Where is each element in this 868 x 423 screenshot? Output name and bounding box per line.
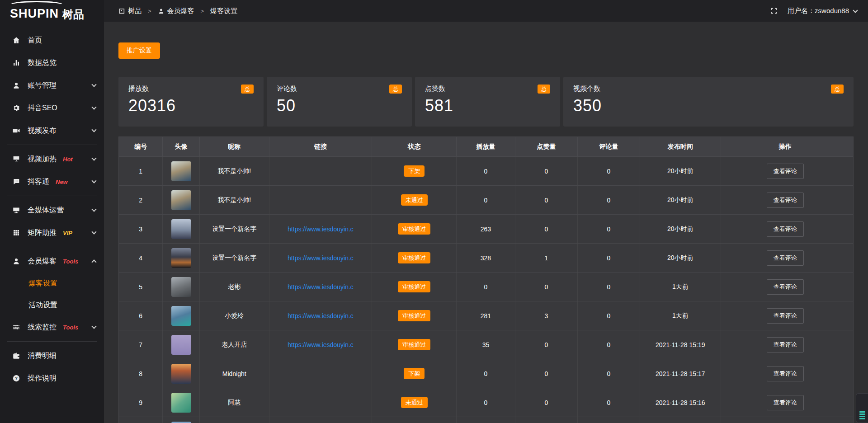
cell-comments: 0 bbox=[578, 388, 640, 417]
sidebar-item-18[interactable]: ?操作说明 bbox=[0, 367, 104, 390]
sidebar-item-13[interactable]: 爆客设置 bbox=[0, 273, 104, 294]
wallet-icon bbox=[12, 351, 21, 360]
status-badge: 未通过 bbox=[401, 194, 428, 206]
cell-action: 查看评论 bbox=[721, 186, 849, 214]
view-comments-button[interactable]: 查看评论 bbox=[767, 366, 804, 381]
view-comments-button[interactable]: 查看评论 bbox=[767, 221, 804, 237]
content: 推广设置 播放数总20316评论数总50点赞数总581视频个数总350 编号头像… bbox=[104, 22, 868, 423]
column-header: 头像 bbox=[163, 137, 199, 156]
cell-time: 2021-11-28 15:19 bbox=[640, 330, 721, 359]
sidebar-item-15[interactable]: 线索监控Tools bbox=[0, 316, 104, 338]
brand-logo[interactable]: SHUPIN 树品 bbox=[0, 0, 104, 22]
video-link[interactable]: https://www.iesdouyin.c bbox=[288, 254, 354, 262]
sidebar-item-0[interactable]: 首页 bbox=[0, 29, 104, 52]
cell-action: 查看评论 bbox=[721, 330, 849, 359]
video-link[interactable]: https://www.iesdouyin.c bbox=[288, 312, 354, 320]
total-badge: 总 bbox=[389, 85, 402, 94]
stat-card-0: 播放数总20316 bbox=[118, 77, 264, 127]
cell-plays: 263 bbox=[457, 215, 515, 243]
sidebar-item-label: 视频发布 bbox=[28, 126, 57, 136]
table-row: 2我不是小帅!未通过00020小时前查看评论 bbox=[119, 186, 853, 215]
sidebar-item-10[interactable]: 矩阵助推VIP bbox=[0, 221, 104, 244]
sidebar-item-badge: Hot bbox=[63, 156, 73, 163]
sidebar-item-9[interactable]: 全媒体运营 bbox=[0, 199, 104, 221]
member-icon bbox=[12, 257, 21, 266]
view-comments-button[interactable]: 查看评论 bbox=[767, 308, 804, 324]
stat-card-2: 点赞数总581 bbox=[415, 77, 560, 127]
cell-action: 查看评论 bbox=[721, 273, 849, 301]
breadcrumb-item-2[interactable]: 爆客设置 bbox=[210, 7, 237, 15]
cell-likes: 3 bbox=[515, 301, 578, 330]
view-comments-button[interactable]: 查看评论 bbox=[767, 193, 804, 208]
view-comments-button[interactable]: 查看评论 bbox=[767, 164, 804, 179]
cell-id: 1 bbox=[119, 157, 163, 185]
cell-status: 审核通过 bbox=[372, 215, 457, 243]
total-badge: 总 bbox=[241, 85, 254, 94]
cell-comments: 0 bbox=[578, 244, 640, 272]
table-row: 9阿慧未通过0002021-11-28 15:16查看评论 bbox=[119, 388, 853, 417]
svg-text:?: ? bbox=[15, 376, 18, 381]
cell-plays: 0 bbox=[457, 388, 515, 417]
sidebar-item-6[interactable]: 视频加热Hot bbox=[0, 148, 104, 170]
sidebar-item-1[interactable]: 数据总览 bbox=[0, 52, 104, 74]
screen-icon bbox=[12, 155, 21, 164]
cell-nickname: 我不是小帅! bbox=[200, 186, 269, 214]
video-link[interactable]: https://www.iesdouyin.c bbox=[288, 283, 354, 291]
view-comments-button[interactable]: 查看评论 bbox=[767, 279, 804, 295]
cell-comments: 0 bbox=[578, 215, 640, 243]
sidebar-item-badge: Tools bbox=[63, 324, 78, 331]
cell-status: 审核通过 bbox=[372, 244, 457, 272]
cell-link bbox=[269, 417, 372, 423]
total-badge: 总 bbox=[538, 85, 550, 94]
breadcrumb-item-0[interactable]: 树品 bbox=[118, 7, 142, 15]
sidebar-item-4[interactable]: 视频发布 bbox=[0, 119, 104, 142]
video-link[interactable]: https://www.iesdouyin.c bbox=[288, 341, 354, 348]
cell-plays bbox=[457, 417, 515, 423]
floating-widget[interactable] bbox=[856, 393, 868, 423]
chevron-down-icon bbox=[91, 207, 96, 212]
sidebar-item-label: 消费明细 bbox=[28, 351, 57, 361]
cell-comments bbox=[578, 417, 640, 423]
cell-time: 20小时前 bbox=[640, 157, 721, 185]
cell-avatar bbox=[163, 417, 199, 423]
sidebar-item-label: 抖客通 bbox=[28, 177, 49, 187]
view-comments-button[interactable]: 查看评论 bbox=[767, 250, 804, 266]
status-badge: 审核通过 bbox=[398, 281, 430, 292]
chevron-down-icon bbox=[91, 229, 96, 234]
sidebar-item-7[interactable]: 抖客通New bbox=[0, 170, 104, 193]
chevron-down-icon bbox=[91, 155, 96, 160]
cell-id: 6 bbox=[119, 301, 163, 330]
promo-settings-button[interactable]: 推广设置 bbox=[118, 42, 160, 59]
column-header: 播放量 bbox=[457, 137, 515, 156]
breadcrumb-separator: > bbox=[201, 8, 204, 14]
logo-text-cn: 树品 bbox=[62, 9, 84, 20]
breadcrumb-label: 树品 bbox=[128, 7, 142, 15]
cell-comments: 0 bbox=[578, 157, 640, 185]
cell-id: 9 bbox=[119, 388, 163, 417]
cell-status bbox=[372, 417, 457, 423]
view-comments-button[interactable]: 查看评论 bbox=[767, 337, 804, 352]
user-menu[interactable]: 用户名：zswodun88 bbox=[788, 7, 857, 15]
sidebar-item-2[interactable]: 账号管理 bbox=[0, 74, 104, 97]
sidebar-item-17[interactable]: 消费明细 bbox=[0, 344, 104, 367]
sidebar-item-12[interactable]: 会员爆客Tools bbox=[0, 250, 104, 273]
fullscreen-icon[interactable] bbox=[770, 7, 778, 14]
video-link[interactable]: https://www.iesdouyin.c bbox=[288, 226, 354, 233]
sidebar-item-3[interactable]: 抖音SEO bbox=[0, 97, 104, 119]
cell-comments: 0 bbox=[578, 359, 640, 388]
cell-avatar bbox=[163, 301, 199, 330]
home-icon bbox=[12, 36, 21, 45]
sidebar-item-14[interactable]: 活动设置 bbox=[0, 294, 104, 316]
cell-plays: 0 bbox=[457, 186, 515, 214]
cell-nickname: 小爱玲 bbox=[200, 301, 269, 330]
cell-time: 20小时前 bbox=[640, 244, 721, 272]
breadcrumb-item-1[interactable]: 会员爆客 bbox=[158, 7, 194, 15]
cell-likes: 1 bbox=[515, 244, 578, 272]
sidebar-item-label: 账号管理 bbox=[28, 81, 57, 90]
cell-time: 1天前 bbox=[640, 301, 721, 330]
column-header: 点赞量 bbox=[515, 137, 578, 156]
view-comments-button[interactable]: 查看评论 bbox=[767, 395, 804, 410]
stat-card-label: 视频个数 bbox=[573, 85, 600, 93]
cell-nickname: 阿慧 bbox=[200, 388, 269, 417]
sidebar-item-badge: VIP bbox=[63, 230, 72, 236]
